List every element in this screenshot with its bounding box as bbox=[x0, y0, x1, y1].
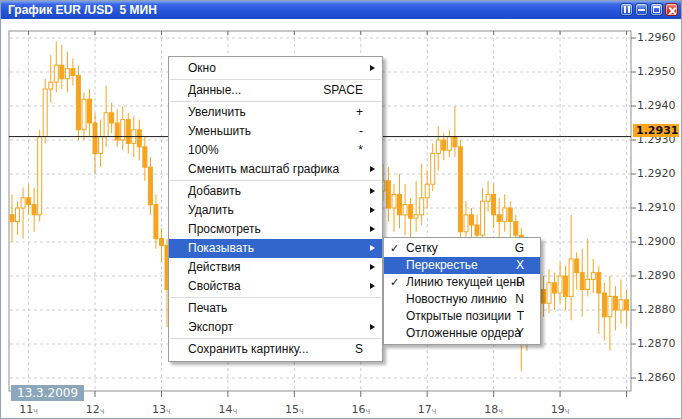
menu-item-hotkey: SPACE bbox=[323, 81, 363, 100]
menu-item-label: Окно bbox=[188, 61, 216, 75]
menu-item-hotkey: * bbox=[358, 141, 363, 160]
menu-separator bbox=[170, 338, 381, 339]
menu-item[interactable]: Добавить bbox=[169, 182, 382, 201]
menu-item[interactable]: Удалить bbox=[169, 201, 382, 220]
menu-item-hotkey: X bbox=[516, 257, 524, 274]
menu-item-label: Сетку bbox=[406, 241, 438, 255]
menu-item-hotkey: G bbox=[515, 240, 524, 257]
x-axis-label: 15ч bbox=[277, 403, 311, 416]
menu-item[interactable]: Сохранить картинку...S bbox=[169, 340, 382, 359]
y-axis-label: 1.2950 bbox=[637, 66, 682, 78]
checkmark-icon: ✓ bbox=[390, 240, 399, 257]
menu-item-hotkey: P bbox=[516, 274, 524, 291]
menu-item[interactable]: Показывать bbox=[169, 239, 382, 258]
submenu-arrow-icon bbox=[370, 245, 375, 251]
menu-item-label: Действия bbox=[188, 260, 241, 274]
menu-item-label: Линию текущей цены bbox=[406, 275, 525, 289]
x-axis-label: 18ч bbox=[477, 403, 511, 416]
menu-item[interactable]: Свойства bbox=[169, 277, 382, 296]
menu-item[interactable]: Сменить масштаб графика bbox=[169, 160, 382, 179]
checkmark-icon: ✓ bbox=[390, 274, 399, 291]
context-menu: ОкноДанные...SPACEУвеличить+Уменьшить-10… bbox=[168, 56, 383, 362]
menu-item-hotkey: - bbox=[359, 122, 363, 141]
submenu-arrow-icon bbox=[370, 166, 375, 172]
x-axis-label: 14ч bbox=[211, 403, 245, 416]
submenu-arrow-icon bbox=[370, 207, 375, 213]
y-axis-label: 1.2870 bbox=[637, 338, 682, 350]
y-axis-label: 1.2940 bbox=[637, 100, 682, 112]
menu-item-label: Просмотреть bbox=[188, 222, 261, 236]
submenu-item[interactable]: Новостную линиюN bbox=[384, 291, 540, 308]
menu-item[interactable]: Действия bbox=[169, 258, 382, 277]
menu-item-label: Перекрестье bbox=[406, 258, 478, 272]
menu-item-label: Свойства bbox=[188, 279, 241, 293]
menu-item-label: Добавить bbox=[188, 184, 241, 198]
menu-item-hotkey: T bbox=[517, 308, 524, 325]
menu-separator bbox=[170, 297, 381, 298]
submenu-arrow-icon bbox=[370, 226, 375, 232]
menu-item-label: Данные... bbox=[188, 83, 241, 97]
menu-item-label: Увеличить bbox=[188, 105, 246, 119]
menu-item[interactable]: 100%* bbox=[169, 141, 382, 160]
x-axis-label: 11ч bbox=[12, 403, 46, 416]
submenu-arrow-icon bbox=[370, 264, 375, 270]
x-axis-label: 17ч bbox=[410, 403, 444, 416]
chart-window: График EUR /USD 5 МИН 1.29601.29501.2940… bbox=[0, 0, 682, 419]
submenu-arrow-icon bbox=[370, 188, 375, 194]
x-axis-label: 16ч bbox=[344, 403, 378, 416]
menu-item-label: Печать bbox=[188, 301, 227, 315]
submenu-item[interactable]: Открытые позицииT bbox=[384, 308, 540, 325]
menu-item-hotkey: S bbox=[355, 340, 363, 359]
date-label: 13.3.2009 bbox=[11, 385, 84, 401]
menu-item-hotkey: N bbox=[515, 291, 524, 308]
menu-separator bbox=[170, 79, 381, 80]
y-axis-label: 1.2900 bbox=[637, 236, 682, 248]
y-axis-label: 1.2890 bbox=[637, 270, 682, 282]
submenu-arrow-icon bbox=[370, 283, 375, 289]
menu-item[interactable]: Экспорт bbox=[169, 318, 382, 337]
current-price-label: 1.2931 bbox=[633, 124, 679, 137]
menu-item[interactable]: Увеличить+ bbox=[169, 103, 382, 122]
menu-separator bbox=[170, 180, 381, 181]
menu-item-hotkey: + bbox=[356, 103, 363, 122]
menu-item-label: Сохранить картинку... bbox=[188, 342, 309, 356]
y-axis-label: 1.2910 bbox=[637, 202, 682, 214]
menu-item[interactable]: Печать bbox=[169, 299, 382, 318]
menu-item-label: Удалить bbox=[188, 203, 234, 217]
y-axis-label: 1.2880 bbox=[637, 304, 682, 316]
menu-item-label: Новостную линию bbox=[406, 292, 507, 306]
menu-item-label: Уменьшить bbox=[188, 124, 251, 138]
y-axis-label: 1.2960 bbox=[637, 32, 682, 44]
x-axis-label: 13ч bbox=[144, 403, 178, 416]
show-submenu: ✓СеткуGПерекрестьеX✓Линию текущей ценыPН… bbox=[383, 237, 541, 345]
y-axis-label: 1.2860 bbox=[637, 372, 682, 384]
menu-item[interactable]: Окно bbox=[169, 59, 382, 78]
menu-item-label: Отложенные ордера bbox=[406, 326, 521, 340]
menu-item-hotkey: Y bbox=[516, 325, 524, 342]
menu-separator bbox=[170, 101, 381, 102]
x-axis-label: 19ч bbox=[543, 403, 577, 416]
menu-item[interactable]: Уменьшить- bbox=[169, 122, 382, 141]
submenu-item[interactable]: Отложенные ордераY bbox=[384, 325, 540, 342]
submenu-item[interactable]: ✓СеткуG bbox=[384, 240, 540, 257]
x-axis-label: 12ч bbox=[78, 403, 112, 416]
menu-item-label: Экспорт bbox=[188, 320, 233, 334]
submenu-arrow-icon bbox=[370, 324, 375, 330]
menu-item-label: Показывать bbox=[188, 241, 254, 255]
y-axis-label: 1.2920 bbox=[637, 168, 682, 180]
menu-item-label: Сменить масштаб графика bbox=[188, 162, 339, 176]
submenu-arrow-icon bbox=[370, 65, 375, 71]
submenu-item[interactable]: ПерекрестьеX bbox=[384, 257, 540, 274]
menu-item[interactable]: Просмотреть bbox=[169, 220, 382, 239]
menu-item-label: 100% bbox=[188, 143, 219, 157]
menu-item[interactable]: Данные...SPACE bbox=[169, 81, 382, 100]
menu-item-label: Открытые позиции bbox=[406, 309, 511, 323]
submenu-item[interactable]: ✓Линию текущей ценыP bbox=[384, 274, 540, 291]
